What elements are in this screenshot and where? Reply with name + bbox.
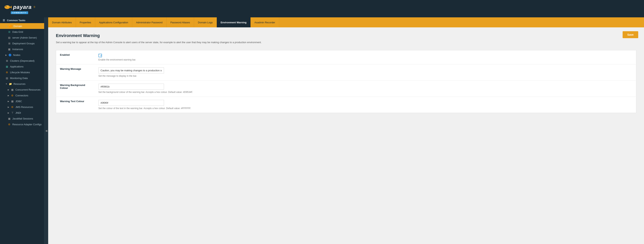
jndi-icon: ⊤ [11,111,14,114]
server-icon: ▤ [8,36,11,39]
resources-icon: 📁 [9,82,12,86]
jms-arrow: ▶ [8,106,9,108]
sidebar-label-jndi: JNDI [16,112,21,114]
sidebar-item-server[interactable]: ▤ server (Admin Server) [0,35,44,40]
jdbc-arrow: ▶ [8,100,9,102]
sidebar-label-deployment-groups: Deployment Groups [12,42,35,45]
tab-domain-logs[interactable]: Domain Logs [194,17,217,27]
sidebar-item-instances[interactable]: ▦ Instances [0,46,44,52]
adapter-icon: ⚙ [8,123,11,126]
sidebar-item-applications[interactable]: ▦ Applications [0,64,44,70]
sidebar: ☰ Common Tasks ▼ 🟠 Domain ⊞ Data Grid ▤ … [0,17,44,244]
save-button[interactable]: Save [622,31,638,38]
concurrent-arrow: ▶ [8,89,9,91]
sidebar-label-server: server (Admin Server) [12,36,37,39]
sidebar-item-domain[interactable]: ▼ 🟠 Domain [0,23,44,29]
form-row-warning-message: Warning Message Set the message to displ… [56,64,636,80]
connectors-arrow: ▶ [8,94,9,96]
tab-domain-attributes[interactable]: Domain Attributes [48,17,76,27]
payara-fish-icon [4,3,12,11]
sidebar-label-connectors: Connectors [16,94,28,97]
page-description: Set a warning bar to appear at the top o… [56,40,636,44]
tab-asadmin-recorder[interactable]: Asadmin Recorder [250,17,279,27]
warning-background-colour-field: Set the background colour of the warning… [94,80,636,96]
sidebar-item-connectors[interactable]: ▶ ⚙ Connectors [0,92,44,98]
connector-icon: ⚙ [11,94,14,97]
expand-arrow: ▼ [6,25,7,27]
sidebar-label-domain: Domain [14,25,22,28]
warning-message-label: Warning Message [56,64,94,80]
sidebar-item-resource-adapter-configs[interactable]: ⚙ Resource Adapter Configs [0,122,44,127]
jndi-arrow: ▶ [8,112,9,114]
page-content: Save Environment Warning Set a warning b… [48,27,644,244]
sidebar-label-clusters: Clusters (Deprecated) [10,59,34,62]
app-header: payara ® COMMUNITY [0,0,644,17]
node-icon: 🔵 [8,54,12,56]
sidebar-item-monitoring-data[interactable]: ▤ Monitoring Data [0,75,44,81]
svg-point-3 [6,5,9,7]
edition-badge: COMMUNITY [11,11,28,14]
warning-text-colour-field: Set the colour of the text in the warnin… [94,96,636,113]
sidebar-label-data-grid: Data Grid [12,30,23,33]
tab-administrator-password[interactable]: Administrator Password [132,17,166,27]
list-icon: ☰ [2,19,6,22]
sidebar-label-resource-adapter-configs: Resource Adapter Configs [12,123,42,126]
deploy-icon: ⊞ [8,42,11,45]
logo-area: payara ® COMMUNITY [4,3,35,14]
sidebar-label-monitoring-data: Monitoring Data [10,77,28,80]
sidebar-item-jms-resources[interactable]: ▶ ⚙ JMS Resources [0,104,44,110]
form-row-warning-text-colour: Warning Text Colour Set the colour of th… [56,96,636,113]
warning-text-colour-label: Warning Text Colour [56,96,94,113]
form-table: Enabled ✓ Enable the environment warning… [56,50,636,113]
concurrent-icon: ▦ [11,88,14,91]
sidebar-label-lifecycle-modules: Lifecycle Modules [10,71,30,74]
form-row-warning-background-colour: Warning Background Colour Set the backgr… [56,80,636,96]
tab-applications-configuration[interactable]: Applications Configuration [95,17,132,27]
sidebar-item-jdbc[interactable]: ▶ ▦ JDBC [0,98,44,104]
common-tasks-label: Common Tasks [7,19,26,22]
sidebar-item-deployment-groups[interactable]: ⊞ Deployment Groups [0,40,44,46]
tab-properties[interactable]: Properties [76,17,95,27]
sidebar-item-lifecycle-modules[interactable]: ⚙ Lifecycle Modules [0,70,44,75]
instance-icon: ▦ [8,48,11,51]
content-area: Domain Attributes Properties Application… [48,17,644,244]
logo-fish: payara ® [4,3,35,11]
form-row-enabled: Enabled ✓ Enable the environment warning… [56,50,636,64]
tab-environment-warning[interactable]: Environment Warning [217,17,251,27]
warning-message-field: Set the message to display in the bar. [94,64,636,80]
sidebar-item-data-grid[interactable]: ⊞ Data Grid [0,29,44,35]
sidebar-label-applications: Applications [10,65,24,68]
enabled-checkbox[interactable]: ✓ [98,54,102,57]
sidebar-item-concurrent-resources[interactable]: ▶ ▦ Concurrent Resources [0,87,44,92]
warning-message-help: Set the message to display in the bar. [98,74,632,77]
warning-message-input[interactable] [98,68,164,74]
warning-text-colour-input[interactable] [98,100,164,106]
mail-icon: ▦ [8,117,11,120]
enabled-help: Enable the environment warning bar. [98,58,632,61]
sidebar-label-jms-resources: JMS Resources [16,106,33,108]
warning-background-colour-help: Set the background colour of the warning… [98,91,632,94]
nodes-arrow: ▶ [6,54,7,56]
sidebar-item-common-tasks[interactable]: ☰ Common Tasks [0,17,44,23]
sidebar-item-clusters[interactable]: ⊞ Clusters (Deprecated) [0,58,44,64]
jms-icon: ⚙ [11,106,14,108]
sidebar-item-jndi[interactable]: ▶ ⊤ JNDI [0,110,44,116]
sidebar-label-javamail-sessions: JavaMail Sessions [12,117,33,120]
monitor-icon: ▤ [6,76,8,80]
warning-background-colour-input[interactable] [98,84,164,90]
enabled-checkbox-wrap: ✓ [98,54,632,57]
sidebar-item-nodes[interactable]: ▶ 🔵 Nodes [0,52,44,58]
form-container: Save Environment Warning Set a warning b… [48,27,644,119]
tabs-bar: Domain Attributes Properties Application… [48,17,644,27]
tab-password-aliases[interactable]: Password Aliases [166,17,194,27]
lifecycle-icon: ⚙ [6,71,8,74]
sidebar-label-jdbc: JDBC [16,100,22,103]
sidebar-label-concurrent-resources: Concurrent Resources [16,88,40,91]
svg-point-2 [6,6,6,7]
sidebar-item-javamail-sessions[interactable]: ▦ JavaMail Sessions [0,116,44,122]
app-name: payara [13,4,32,10]
sidebar-label-instances: Instances [12,48,23,51]
sidebar-collapse-button[interactable]: ◀ [44,17,48,244]
sidebar-label-nodes: Nodes [13,54,20,56]
sidebar-item-resources[interactable]: ▼ 📁 Resources [0,81,44,87]
